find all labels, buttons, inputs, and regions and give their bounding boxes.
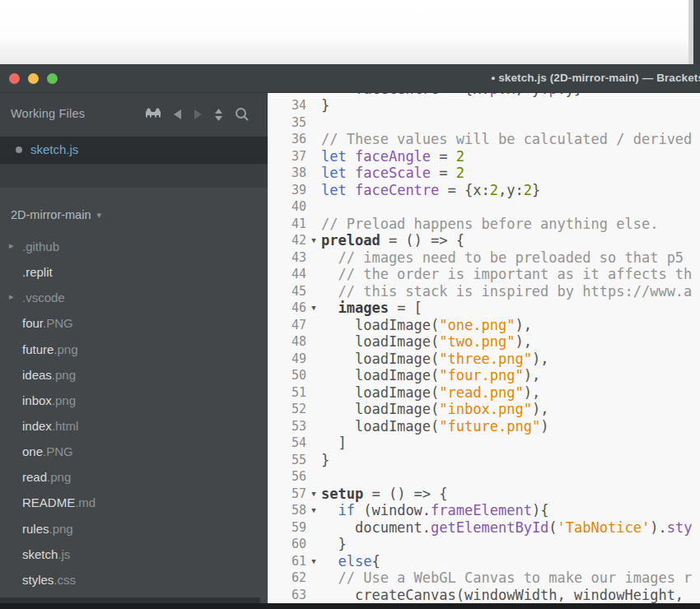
code-line-63[interactable]: 63 createCanvas(windowWidth, windowHeigh… [268, 587, 700, 604]
line-number[interactable]: 46 [268, 300, 306, 317]
line-number[interactable]: 57 [268, 486, 306, 503]
line-number[interactable]: 60 [268, 536, 306, 553]
line-number[interactable]: 43 [268, 249, 306, 267]
code-line-60[interactable]: 60 } [268, 536, 700, 553]
find-in-files-icon[interactable] [145, 108, 161, 121]
line-number[interactable]: 34 [268, 97, 306, 114]
tree-item-label: read.png [22, 470, 71, 484]
tree-item-ideas-png[interactable]: ideas.png [0, 364, 268, 389]
code-line-45[interactable]: 45 // this stack is inspired by https://… [268, 283, 700, 300]
line-number[interactable]: 45 [268, 283, 306, 300]
code-line-35[interactable]: 35 [268, 114, 700, 132]
line-number[interactable]: 61 [268, 553, 306, 570]
fold-arrow-icon[interactable]: ▼ [306, 232, 321, 249]
nav-forward-icon[interactable] [194, 109, 203, 120]
line-number[interactable]: 47 [268, 317, 306, 334]
line-number[interactable]: 59 [268, 519, 306, 537]
line-number[interactable]: 44 [268, 266, 306, 283]
code-line-52[interactable]: 52 loadImage("inbox.png"), [268, 401, 700, 418]
code-line-54[interactable]: 54 ] [268, 435, 700, 452]
line-number[interactable]: 49 [268, 351, 306, 368]
close-button[interactable] [9, 73, 20, 84]
line-number[interactable]: 52 [268, 401, 306, 418]
line-number[interactable]: 58 [268, 502, 306, 519]
code-line-48[interactable]: 48 loadImage("two.png"), [268, 333, 700, 351]
code-line-51[interactable]: 51 loadImage("read.png"), [268, 384, 700, 402]
code-line-57[interactable]: 57▼setup = () => { [268, 486, 700, 503]
line-number[interactable]: 56 [268, 468, 306, 486]
code-editor[interactable]: 33 faceCentre = {x:p.x, y:p.y}34}3536// … [268, 93, 700, 603]
line-number[interactable]: 40 [268, 198, 306, 216]
code-line-34[interactable]: 34} [268, 97, 700, 114]
tree-item-README-md[interactable]: README.md [0, 491, 268, 517]
chevron-right-icon[interactable]: ▸ [9, 240, 14, 251]
line-number[interactable]: 51 [268, 384, 306, 402]
tree-item-vscode[interactable]: ▸.vscode [0, 286, 268, 312]
code-line-41[interactable]: 41// Preload happens before anything els… [268, 216, 700, 233]
fold-arrow-icon[interactable]: ▼ [306, 300, 321, 317]
line-number[interactable]: 35 [268, 114, 306, 132]
code-line-59[interactable]: 59 document.getElementById('TabNotice').… [268, 519, 700, 537]
code-line-61[interactable]: 61▼ else{ [268, 553, 700, 570]
minimize-button[interactable] [28, 73, 39, 84]
tree-item-styles-css[interactable]: styles.css [0, 569, 268, 594]
code-line-47[interactable]: 47 loadImage("one.png"), [268, 317, 700, 334]
tree-item-sketch-js[interactable]: sketch.js [0, 543, 268, 569]
working-files-header: Working Files [0, 93, 268, 137]
code-line-62[interactable]: 62 // Use a WebGL Canvas to make our ima… [268, 569, 700, 587]
tree-item-future-png[interactable]: future.png [0, 338, 268, 364]
tree-item-github[interactable]: ▸.github [0, 235, 268, 261]
line-number[interactable]: 42 [268, 232, 306, 249]
project-dropdown[interactable]: 2D-mirror-main ▾ [0, 188, 268, 235]
working-file-sketch-js[interactable]: sketch.js [0, 137, 268, 164]
line-number[interactable]: 63 [268, 587, 306, 604]
chevron-right-icon[interactable]: ▸ [9, 291, 14, 302]
code-line-56[interactable]: 56 [268, 468, 700, 486]
nav-back-icon[interactable] [173, 109, 182, 120]
tree-item-replit[interactable]: .replit [0, 261, 268, 286]
tree-item-index-html[interactable]: index.html [0, 415, 268, 440]
code-line-55[interactable]: 55} [268, 452, 700, 469]
code-line-50[interactable]: 50 loadImage("four.png"), [268, 367, 700, 384]
line-number[interactable]: 48 [268, 333, 306, 351]
code-line-37[interactable]: 37let faceAngle = 2 [268, 148, 700, 165]
line-number[interactable]: 54 [268, 435, 306, 452]
line-number[interactable]: 62 [268, 569, 306, 587]
code-text [321, 114, 700, 132]
tree-item-rules-png[interactable]: rules.png [0, 518, 268, 543]
tree-item-four-PNG[interactable]: four.PNG [0, 312, 268, 337]
line-number[interactable]: 37 [268, 148, 306, 165]
tree-item-inbox-png[interactable]: inbox.png [0, 389, 268, 415]
file-tree: ▸.github.replit▸.vscodefour.PNGfuture.pn… [0, 235, 268, 594]
code-line-53[interactable]: 53 loadImage("future.png") [268, 418, 700, 435]
line-number[interactable]: 36 [268, 131, 306, 148]
chevron-down-icon: ▾ [96, 210, 101, 221]
tree-item-read-png[interactable]: read.png [0, 466, 268, 491]
tree-item-one-PNG[interactable]: one.PNG [0, 440, 268, 466]
code-line-40[interactable]: 40 [268, 198, 700, 216]
line-number[interactable]: 50 [268, 367, 306, 384]
code-line-46[interactable]: 46▼ images = [ [268, 300, 700, 317]
split-view-icon[interactable] [214, 109, 223, 121]
code-line-39[interactable]: 39let faceCentre = {x:2,y:2} [268, 182, 700, 199]
line-number[interactable]: 55 [268, 452, 306, 469]
line-number[interactable]: 53 [268, 418, 306, 435]
line-number[interactable]: 41 [268, 216, 306, 233]
code-line-42[interactable]: 42▼preload = () => { [268, 232, 700, 249]
code-line-58[interactable]: 58▼ if (window.frameElement){ [268, 502, 700, 519]
project-panel: 2D-mirror-main ▾ ▸.github.replit▸.vscode… [0, 187, 268, 603]
code-line-43[interactable]: 43 // images need to be preloaded so tha… [268, 249, 700, 267]
line-number[interactable]: 39 [268, 182, 306, 199]
search-icon[interactable] [235, 107, 250, 122]
zoom-button[interactable] [47, 73, 58, 84]
code-line-49[interactable]: 49 loadImage("three.png"), [268, 351, 700, 368]
fold-gutter [306, 114, 321, 132]
fold-arrow-icon[interactable]: ▼ [306, 502, 321, 519]
fold-gutter [306, 367, 321, 384]
fold-arrow-icon[interactable]: ▼ [306, 486, 321, 503]
code-line-36[interactable]: 36// These values will be calculated / d… [268, 131, 700, 148]
line-number[interactable]: 38 [268, 165, 306, 182]
code-line-44[interactable]: 44 // the order is important as it affec… [268, 266, 700, 283]
fold-arrow-icon[interactable]: ▼ [306, 553, 321, 570]
code-line-38[interactable]: 38let faceScale = 2 [268, 165, 700, 182]
